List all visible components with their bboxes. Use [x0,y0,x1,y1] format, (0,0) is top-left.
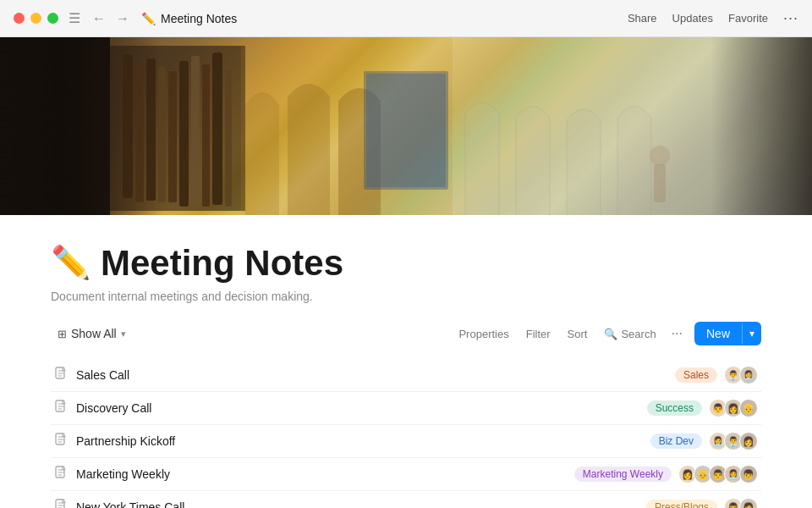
page-title: ✏️ Meeting Notes [51,242,761,284]
table-row[interactable]: Partnership KickoffBiz Dev👩‍💼👨‍💼👩 [51,425,761,458]
svg-rect-10 [212,52,222,205]
hero-image [0,37,812,215]
page-emoji: ✏️ [51,244,91,283]
svg-rect-7 [179,61,189,207]
item-right: Biz Dev👩‍💼👨‍💼👩 [650,432,758,450]
back-button[interactable]: ← [89,9,109,28]
maximize-button[interactable] [47,13,58,24]
search-label: Search [621,328,656,340]
item-right: Press/Blogs👨👩 [646,498,758,508]
item-tag: Sales [675,367,717,383]
nav-arrows: ← → [89,9,133,28]
item-name: Sales Call [76,368,675,382]
svg-rect-6 [168,71,177,202]
table-row[interactable]: Sales CallSales👨‍💼👩‍💼 [51,359,761,392]
doc-icon [54,499,68,508]
item-name: Discovery Call [76,401,647,415]
search-button[interactable]: 🔍 Search [597,323,662,345]
avatar: 👴 [739,399,758,417]
doc-icon [54,367,68,384]
avatars: 👩‍💼👨‍💼👩 [709,432,758,450]
show-all-label: Show All [71,327,117,340]
hero-overlay-right [710,37,812,215]
avatar: 👦 [739,465,758,483]
search-icon: 🔍 [604,328,617,340]
item-name: Partnership Kickoff [76,434,650,448]
properties-button[interactable]: Properties [452,323,515,345]
avatars: 👨‍💼👩‍💼 [724,366,758,384]
svg-rect-4 [146,58,156,201]
page-subtitle: Document internal meetings and decision … [51,290,761,303]
table-row[interactable]: Marketing WeeklyMarketing Weekly👩👴👨👩‍💼👦 [51,458,761,491]
breadcrumb: ✏️ Meeting Notes [141,12,237,25]
page-header: ✏️ Meeting Notes Document internal meeti… [51,242,761,303]
item-name: Marketing Weekly [76,467,574,481]
titlebar: ☰ ← → ✏️ Meeting Notes Share Updates Fav… [0,0,812,37]
new-dropdown-button[interactable]: ▾ [742,323,761,345]
hero-artwork [0,37,812,215]
close-button[interactable] [14,13,25,24]
svg-rect-8 [191,56,200,207]
toolbar: ⊞ Show All ▾ Properties Filter Sort 🔍 Se… [51,322,761,345]
updates-button[interactable]: Updates [672,12,713,25]
sort-button[interactable]: Sort [561,323,595,345]
filter-button[interactable]: Filter [519,323,557,345]
avatars: 👩👴👨👩‍💼👦 [678,465,758,483]
forward-button[interactable]: → [112,9,133,28]
avatars: 👨👩 [724,498,758,508]
avatar: 👩 [739,498,758,508]
hero-overlay-left [0,37,102,215]
items-list: Sales CallSales👨‍💼👩‍💼Discovery CallSucce… [51,359,761,508]
svg-point-16 [650,146,670,166]
table-row[interactable]: New York Times CallPress/Blogs👨👩 [51,491,761,508]
item-tag: Press/Blogs [646,500,717,508]
avatar: 👩‍💼 [739,366,758,384]
table-row[interactable]: Discovery CallSuccess👨👩👴 [51,392,761,425]
item-right: Sales👨‍💼👩‍💼 [675,366,758,384]
svg-rect-3 [135,63,144,202]
sidebar-toggle-icon[interactable]: ☰ [69,10,80,26]
item-name: New York Times Call [76,500,646,508]
svg-rect-17 [654,164,666,202]
avatar: 👩 [739,432,758,450]
item-tag: Success [647,400,702,416]
show-all-button[interactable]: ⊞ Show All ▾ [51,323,133,345]
item-tag: Biz Dev [650,433,702,449]
favorite-button[interactable]: Favorite [728,12,768,25]
share-button[interactable]: Share [628,12,657,25]
svg-rect-9 [202,64,210,207]
page-title-breadcrumb: Meeting Notes [161,12,237,25]
avatars: 👨👩👴 [709,399,758,417]
traffic-lights [14,13,58,24]
new-button-group: New ▾ [694,322,761,345]
item-right: Marketing Weekly👩👴👨👩‍💼👦 [574,465,758,483]
svg-rect-14 [366,74,446,187]
svg-rect-2 [123,54,133,198]
doc-icon [54,433,68,450]
item-right: Success👨👩👴 [647,399,758,417]
svg-rect-5 [158,67,166,202]
minimize-button[interactable] [30,13,41,24]
item-tag: Marketing Weekly [574,467,672,482]
new-button[interactable]: New [694,322,742,345]
page-title-text: Meeting Notes [101,242,343,284]
doc-icon [54,466,68,483]
toolbar-right: Properties Filter Sort 🔍 Search ··· New … [452,322,761,345]
titlebar-actions: Share Updates Favorite ··· [628,9,798,27]
svg-rect-11 [225,69,232,207]
more-actions-button[interactable]: ··· [667,322,688,345]
show-all-chevron: ▾ [121,329,126,340]
show-all-grid-icon: ⊞ [58,328,67,340]
page-content: ✏️ Meeting Notes Document internal meeti… [0,215,812,508]
doc-icon [54,400,68,417]
title-emoji: ✏️ [141,12,156,25]
more-options-button[interactable]: ··· [783,9,798,27]
